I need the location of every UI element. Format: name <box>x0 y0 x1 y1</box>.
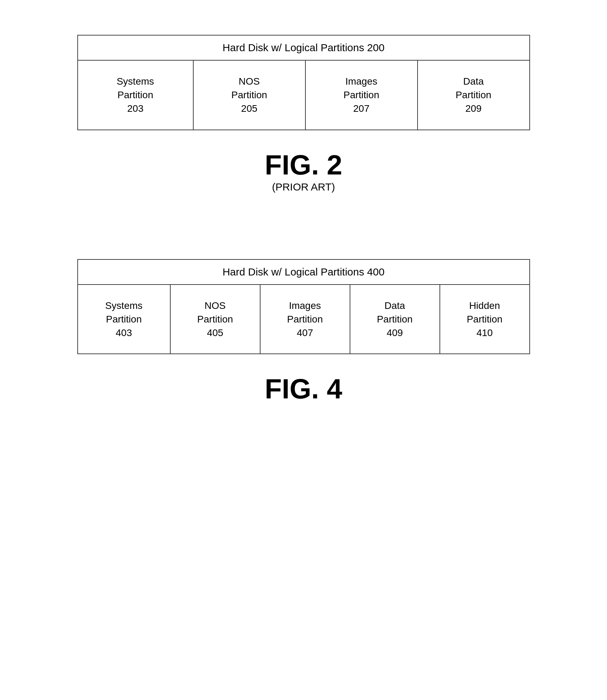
fig4-partition-4: HiddenPartition410 <box>440 285 530 354</box>
fig2-container: Hard Disk w/ Logical Partitions 200 Syst… <box>21 14 586 406</box>
fig2-partition-3: DataPartition209 <box>418 60 530 130</box>
fig2-partition-row: SystemsPartition203NOSPartition205Images… <box>78 60 530 130</box>
fig2-partition-2: ImagesPartition207 <box>305 60 418 130</box>
fig2-disk-table: Hard Disk w/ Logical Partitions 200 Syst… <box>77 35 530 130</box>
fig2-partition-1: NOSPartition205 <box>193 60 305 130</box>
fig2-sub: (PRIOR ART) <box>265 181 342 193</box>
fig2-label: FIG. 2 (PRIOR ART) <box>265 151 342 193</box>
fig2-disk-label: Hard Disk w/ Logical Partitions 200 <box>78 35 530 60</box>
fig4-number: FIG. 4 <box>265 375 342 403</box>
fig4-disk-label: Hard Disk w/ Logical Partitions 400 <box>78 259 530 285</box>
fig4-label: FIG. 4 <box>265 375 342 403</box>
fig4-partition-0: SystemsPartition403 <box>78 285 170 354</box>
fig2-partition-0: SystemsPartition203 <box>78 60 193 130</box>
fig4-partition-3: DataPartition409 <box>350 285 440 354</box>
fig4-partition-2: ImagesPartition407 <box>260 285 350 354</box>
fig4-disk-table: Hard Disk w/ Logical Partitions 400 Syst… <box>77 259 530 355</box>
fig4-partition-1: NOSPartition405 <box>170 285 260 354</box>
fig2-number: FIG. 2 <box>265 151 342 179</box>
fig4-partition-row: SystemsPartition403NOSPartition405Images… <box>78 285 530 354</box>
